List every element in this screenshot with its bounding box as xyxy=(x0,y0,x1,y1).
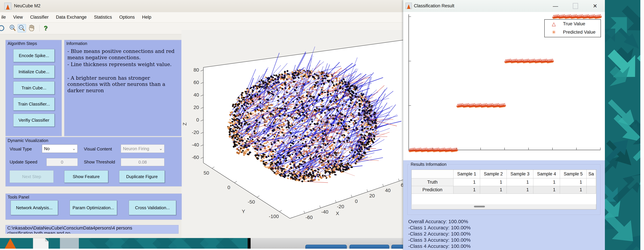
information-panel: Information - Blue means positive connec… xyxy=(64,40,182,136)
table-row: Prediction11111 xyxy=(412,186,596,194)
chevron-down-icon: ⌄ xyxy=(159,146,162,151)
menu-options[interactable]: Options xyxy=(119,15,135,20)
menu-help[interactable]: Help xyxy=(142,15,152,20)
legend-label: True Value xyxy=(563,21,585,26)
show-threshold-label: Show Threshold xyxy=(84,160,115,164)
taskbar-teal-area xyxy=(0,238,248,249)
initialize-cube-button[interactable]: Initialize Cube... xyxy=(13,65,54,78)
bottom-desktop-strip xyxy=(0,238,403,250)
cell-value[interactable]: 1 xyxy=(507,186,533,194)
desktop-wallpaper xyxy=(605,0,644,250)
zoom-in-icon[interactable] xyxy=(9,24,17,32)
cross-validation-button[interactable]: Cross Validation... xyxy=(129,200,176,215)
neucube-titlebar[interactable]: NeuCube M2 xyxy=(0,0,403,12)
neucube-window-title: NeuCube M2 xyxy=(14,3,40,8)
menu-view[interactable]: View xyxy=(13,15,23,20)
information-line: - A brighter neuron has stronger connect… xyxy=(68,75,178,94)
update-speed-label: Update Speed xyxy=(10,160,37,164)
minimize-button[interactable]: — xyxy=(550,0,561,12)
show-feature-button[interactable]: Show Feature xyxy=(64,170,108,183)
results-information-title: Results Information xyxy=(409,162,448,167)
train-cube-button[interactable]: Train Cube... xyxy=(13,82,54,94)
maximize-button[interactable] xyxy=(570,0,581,12)
column-header-sample-4[interactable]: Sample 4 xyxy=(533,170,560,178)
algorithm-steps-title: Algorithm Steps xyxy=(8,41,37,46)
neucube-menubar: ileViewClassifierData ExchangeStatistics… xyxy=(0,12,403,22)
rotate3d-icon[interactable] xyxy=(0,24,5,32)
information-line: - Blue means positive connections and re… xyxy=(68,48,178,60)
update-speed-field[interactable]: 0 xyxy=(46,158,78,166)
column-header-sample-3[interactable]: Sample 3 xyxy=(507,170,533,178)
cell-value-partial[interactable] xyxy=(586,178,596,186)
classification-titlebar[interactable]: Classification Result — ✕ xyxy=(403,0,605,12)
column-header-sample-1[interactable]: Sample 1 xyxy=(454,170,480,178)
menu-data-exchange[interactable]: Data Exchange xyxy=(56,15,87,20)
visual-content-select[interactable]: Neuron Firing⌄ xyxy=(121,144,164,153)
document-window-icon[interactable] xyxy=(33,238,48,249)
param-optimization-button[interactable]: Param Optimization... xyxy=(70,200,117,215)
cell-value[interactable]: 1 xyxy=(533,178,560,186)
taskbar-divider xyxy=(248,238,250,249)
classification-window-title: Classification Result xyxy=(414,3,454,8)
menu-ile[interactable]: ile xyxy=(1,15,6,20)
visual-type-select[interactable]: No⌄ xyxy=(42,144,78,153)
encode-spike-button[interactable]: Encode Spike... xyxy=(13,49,54,62)
verifiy-classifier-button[interactable]: Verifiy Classifier xyxy=(13,114,54,127)
scrollbar-thumb[interactable] xyxy=(474,206,485,208)
legend-row: ✳Predicted Value xyxy=(545,28,600,36)
cell-value[interactable]: 1 xyxy=(480,178,507,186)
help-icon[interactable]: ? xyxy=(42,24,50,32)
accuracy-line: -Class 3 Accuracy: 100.00% xyxy=(408,237,470,243)
information-text: - Blue means positive connections and re… xyxy=(68,48,178,94)
results-table[interactable]: Sample 1Sample 2Sample 3Sample 4Sample 5… xyxy=(411,170,596,210)
dataset-path-status: C:\nkasabov\DataNeuCube\ConsciumData4per… xyxy=(6,225,178,234)
next-step-button[interactable]: Next Step xyxy=(10,170,54,183)
row-label-truth[interactable]: Truth xyxy=(412,178,454,186)
column-header-sample-2[interactable]: Sample 2 xyxy=(480,170,507,178)
legend-label: Predicted Value xyxy=(563,30,596,35)
neucube-window: NeuCube M2 ileViewClassifierData Exchang… xyxy=(0,0,403,238)
cell-value[interactable]: 1 xyxy=(560,186,586,194)
pan-icon[interactable] xyxy=(28,24,36,32)
close-button[interactable]: ✕ xyxy=(589,0,601,12)
menu-statistics[interactable]: Statistics xyxy=(94,15,112,20)
table-row: Truth11111 xyxy=(412,178,596,186)
cell-value[interactable]: 1 xyxy=(560,178,586,186)
results-information-panel: Results Information Sample 1Sample 2Samp… xyxy=(408,164,600,215)
tools-panel-title: Tools Panel xyxy=(8,195,29,200)
cell-value[interactable]: 1 xyxy=(533,186,560,194)
screen: NeuCube M2 ileViewClassifierData Exchang… xyxy=(0,0,644,250)
table-horizontal-scrollbar[interactable] xyxy=(411,204,596,209)
column-header-empty[interactable] xyxy=(412,170,454,178)
cell-value[interactable]: 1 xyxy=(507,178,533,186)
chevron-down-icon: ⌄ xyxy=(72,146,76,151)
tools-panel: Tools Panel Network Analysis...Param Opt… xyxy=(6,194,182,220)
network-analysis-button[interactable]: Network Analysis... xyxy=(11,200,58,215)
algorithm-steps-panel: Algorithm Steps Encode Spike...Initializ… xyxy=(6,40,62,136)
accuracy-summary: Overall Accuracy: 100.00%-Class 1 Accura… xyxy=(408,218,470,249)
background-dialog-button[interactable] xyxy=(305,245,347,249)
cell-value[interactable]: 1 xyxy=(454,178,480,186)
matlab-taskbar-icon[interactable] xyxy=(5,238,16,249)
accuracy-line: -Class 4 Accuracy: 100.00% xyxy=(408,243,470,249)
dynamic-visualization-panel: Dynamic Visualization Visual Type No⌄ Vi… xyxy=(6,137,182,186)
train-classifier-button[interactable]: Train Classifier... xyxy=(13,98,54,110)
cell-value-partial[interactable] xyxy=(586,186,596,194)
cell-value[interactable]: 1 xyxy=(454,186,480,194)
row-label-prediction[interactable]: Prediction xyxy=(412,186,454,194)
background-dialog-button[interactable] xyxy=(392,245,403,249)
visual-content-label: Visual Content xyxy=(84,146,112,152)
maximize-icon xyxy=(573,3,578,9)
column-header-sample-5[interactable]: Sample 5 xyxy=(560,170,586,178)
zoom-out-icon[interactable] xyxy=(18,24,26,32)
show-threshold-field[interactable]: 0.08 xyxy=(121,158,164,166)
background-dialog-button[interactable] xyxy=(350,245,389,249)
information-title: Information xyxy=(66,41,87,46)
duplicate-figure-button[interactable]: Duplicate Figure xyxy=(119,170,165,183)
desktop-right-edge xyxy=(640,0,644,250)
menu-classifier[interactable]: Classifier xyxy=(30,15,48,20)
column-header-sa[interactable]: Sa xyxy=(586,170,596,178)
classification-result-window: Classification Result — ✕ 02040608010012… xyxy=(403,0,605,250)
cell-value[interactable]: 1 xyxy=(480,186,507,194)
thumbnail-window-icon[interactable] xyxy=(60,238,79,249)
